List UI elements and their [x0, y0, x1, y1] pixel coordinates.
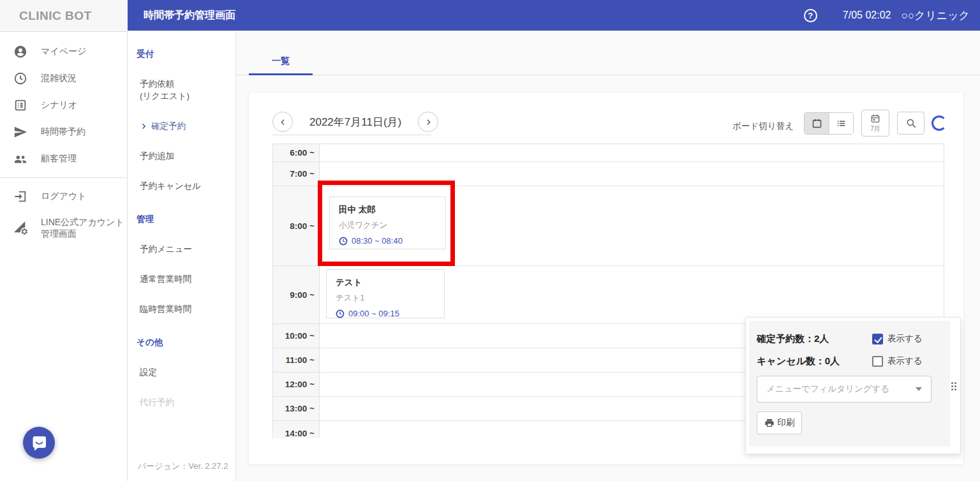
summary-panel: 確定予約数：2人 表示する キャンセル数：0人 表示する メニューでフィルタリン…: [745, 317, 961, 454]
sidebar-item-congestion[interactable]: 混雑状況: [0, 65, 127, 92]
print-button-label: 印刷: [778, 417, 795, 429]
calendar-icon: [812, 118, 822, 129]
menu-item-settings[interactable]: 設定: [128, 366, 235, 378]
header-right-group: ? 7/05 02:02 ○○クリニック: [804, 8, 970, 23]
current-date-label: 2022年7月11日(月): [309, 115, 401, 130]
time-row-7: 7:00 ~: [273, 162, 944, 186]
time-label: 8:00 ~: [273, 186, 320, 265]
tab-list[interactable]: 一覧: [249, 48, 313, 75]
people-icon: [13, 151, 28, 166]
search-button[interactable]: [897, 112, 924, 135]
app-logo-area: CLINIC BOT: [0, 0, 128, 32]
time-label: 7:00 ~: [273, 162, 320, 186]
send-icon: [13, 124, 28, 140]
version-label: バージョン：Ver. 2.27.2: [138, 461, 228, 472]
loading-spinner: [932, 115, 947, 131]
appointment-card-tanaka[interactable]: 田中 太郎 小児ワクチン 08:30 ~ 08:40: [329, 196, 446, 249]
page-title: 時間帯予約管理画面: [144, 9, 235, 22]
menu-sidebar: 受付 予約依頼 (リクエスト) 確定予約 予約追加 予約キャンセル 管理 予約メ…: [128, 32, 236, 481]
clock-icon: [339, 237, 348, 246]
scenario-list-icon: [13, 98, 28, 113]
appointment-patient-name: 田中 太郎: [339, 204, 445, 216]
drag-handle-icon[interactable]: [950, 381, 958, 392]
menu-item-booking-menu[interactable]: 予約メニュー: [128, 243, 235, 255]
board-view-toggle: [804, 112, 854, 135]
appointment-time: 09:00 ~ 09:15: [336, 309, 444, 318]
slot-cell[interactable]: テスト テスト1 09:00 ~ 09:15: [320, 266, 944, 323]
summary-panel-inner: 確定予約数：2人 表示する キャンセル数：0人 表示する メニューでフィルタリン…: [749, 321, 950, 447]
time-label: 10:00 ~: [273, 324, 320, 348]
clock-icon: [13, 71, 28, 86]
slot-cell[interactable]: 田中 太郎 小児ワクチン 08:30 ~ 08:40: [320, 186, 944, 265]
confirmed-count-row: 確定予約数：2人 表示する: [757, 331, 950, 346]
menu-filter-select[interactable]: メニューでフィルタリングする: [757, 376, 932, 403]
appointment-card-test[interactable]: テスト テスト1 09:00 ~ 09:15: [326, 269, 445, 318]
app-header: 時間帯予約管理画面 ? 7/05 02:02 ○○クリニック: [128, 0, 980, 31]
sidebar-item-customer-management[interactable]: 顧客管理: [0, 145, 127, 172]
slot-cell[interactable]: [320, 162, 944, 186]
sidebar-item-logout[interactable]: ログアウト: [0, 183, 127, 210]
menu-section-others: その他: [128, 337, 235, 348]
time-row-6: 6:00 ~: [273, 144, 944, 162]
confirmed-visible-checkbox[interactable]: [872, 334, 883, 344]
menu-section-management: 管理: [128, 214, 235, 225]
chat-bubble-icon: [31, 434, 48, 452]
appointment-menu: テスト1: [336, 293, 444, 304]
cancelled-visible-checkbox[interactable]: [872, 356, 883, 367]
chat-widget-button[interactable]: [23, 427, 55, 459]
dropdown-caret-icon: [916, 387, 922, 391]
next-day-button[interactable]: [418, 112, 438, 132]
slot-cell[interactable]: [320, 144, 944, 161]
time-label: 13:00 ~: [273, 397, 320, 420]
sidebar-item-line-account[interactable]: LINE公式アカウント 管理画面: [0, 210, 127, 246]
sidebar-item-label: ログアウト: [41, 191, 87, 202]
list-icon: [836, 118, 847, 129]
view-controls: ボード切り替え 7月: [732, 110, 947, 137]
sidebar-item-label: シナリオ: [41, 100, 77, 111]
time-row-9: 9:00 ~ テスト テスト1 09:00 ~ 09:15: [273, 266, 944, 324]
confirmed-count-label: 確定予約数：2人: [757, 333, 872, 345]
calendar-month-icon: [870, 114, 880, 124]
board-switch-label: ボード切り替え: [732, 121, 794, 132]
help-icon[interactable]: ?: [804, 9, 817, 22]
sidebar-item-scenario[interactable]: シナリオ: [0, 92, 127, 119]
date-nav-underline: [272, 135, 431, 135]
month-picker-button[interactable]: 7月: [861, 110, 889, 137]
menu-section-reception: 受付: [128, 48, 235, 60]
chevron-right-icon: [140, 122, 147, 130]
menu-item-cancel-booking[interactable]: 予約キャンセル: [128, 180, 235, 192]
menu-filter-placeholder: メニューでフィルタリングする: [766, 383, 916, 395]
tab-bar: 一覧: [236, 32, 980, 75]
sidebar-divider: [0, 177, 127, 178]
clinic-name: ○○クリニック: [901, 8, 970, 23]
prev-day-button[interactable]: [272, 112, 293, 132]
chevron-right-icon: [424, 118, 433, 126]
sidebar-item-label: 顧客管理: [41, 153, 77, 165]
time-label: 6:00 ~: [273, 144, 320, 161]
clock-icon: [336, 309, 345, 318]
cancelled-count-row: キャンセル数：0人 表示する: [757, 353, 950, 369]
menu-item-booking-request[interactable]: 予約依頼 (リクエスト): [128, 78, 235, 102]
cancelled-count-label: キャンセル数：0人: [757, 355, 872, 367]
sidebar-item-mypage[interactable]: マイページ: [0, 38, 127, 65]
line-settings-icon: [13, 220, 28, 235]
menu-item-proxy-booking: 代行予約: [128, 396, 235, 408]
menu-item-add-booking[interactable]: 予約追加: [128, 150, 235, 162]
print-button[interactable]: 印刷: [757, 411, 802, 434]
menu-item-confirmed-bookings[interactable]: 確定予約: [128, 120, 235, 132]
app-logo: CLINIC BOT: [19, 9, 92, 23]
list-view-button[interactable]: [829, 113, 853, 134]
menu-item-regular-hours[interactable]: 通常営業時間: [128, 273, 235, 285]
printer-icon: [764, 418, 775, 428]
logout-icon: [13, 189, 28, 204]
calendar-view-button[interactable]: [805, 113, 829, 134]
sidebar-item-label: 混雑状況: [41, 73, 77, 84]
date-navigation: 2022年7月11日(月): [272, 110, 438, 134]
menu-item-temporary-hours[interactable]: 臨時営業時間: [128, 303, 235, 315]
time-label: 12:00 ~: [273, 373, 320, 396]
sidebar-item-timeslot-booking[interactable]: 時間帯予約: [0, 119, 127, 145]
icon-sidebar: マイページ 混雑状況 シナリオ 時間帯予約 顧客管理 ログアウト: [0, 32, 128, 481]
confirmed-show-label[interactable]: 表示する: [887, 333, 923, 344]
cancelled-show-label[interactable]: 表示する: [887, 355, 923, 367]
appointment-patient-name: テスト: [336, 277, 444, 288]
